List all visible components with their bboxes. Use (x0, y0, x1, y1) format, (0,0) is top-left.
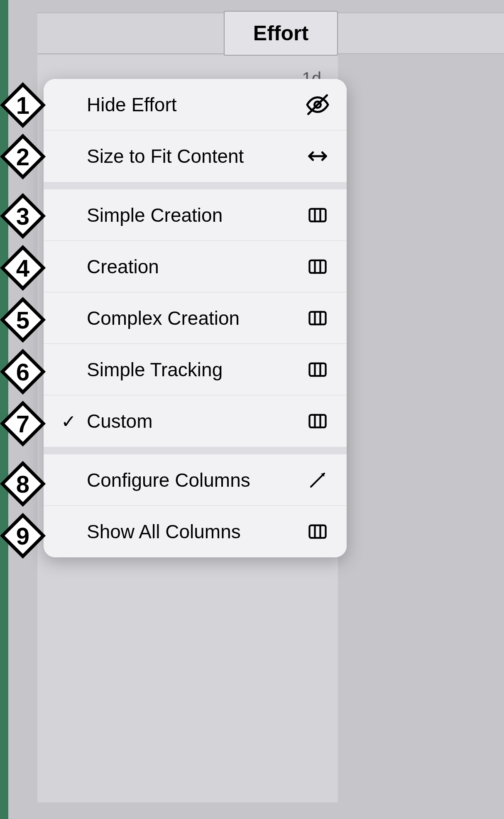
menu-item-label: Complex Creation (81, 307, 305, 329)
menu-item-label: Show All Columns (81, 520, 305, 543)
menu-item-configure-columns[interactable]: Configure Columns (44, 454, 347, 506)
menu-item-complex-creation[interactable]: Complex Creation (44, 292, 347, 344)
column-context-menu: Hide Effort Size to Fit Content (44, 79, 347, 557)
svg-rect-9 (310, 311, 326, 324)
menu-item-size-to-fit[interactable]: Size to Fit Content (44, 130, 347, 182)
menu-section-1: Hide Effort Size to Fit Content (44, 79, 347, 182)
annotation-marker-6: 6 (0, 349, 46, 395)
annotation-marker-9: 9 (0, 513, 46, 559)
menu-section-2: Simple Creation Creation (44, 189, 347, 447)
menu-item-label: Simple Tracking (81, 358, 305, 381)
svg-rect-19 (310, 525, 326, 538)
columns-icon (305, 409, 330, 434)
eye-slash-icon (305, 92, 330, 117)
annotation-marker-2: 2 (0, 134, 46, 179)
annotation-marker-7: 7 (0, 401, 46, 446)
annotation-marker-1: 1 (0, 82, 46, 128)
menu-item-label: Size to Fit Content (81, 145, 305, 167)
menu-item-hide-effort[interactable]: Hide Effort (44, 79, 347, 130)
columns-icon (305, 306, 330, 331)
menu-item-label: Hide Effort (81, 93, 305, 116)
column-header-effort[interactable]: Effort (224, 11, 338, 56)
pencil-icon (305, 468, 330, 493)
menu-item-simple-tracking[interactable]: Simple Tracking (44, 344, 347, 395)
checkmark-icon: ✓ (56, 411, 81, 432)
menu-section-3: Configure Columns Show All Columns (44, 454, 347, 557)
menu-item-label: Configure Columns (81, 469, 305, 491)
menu-item-show-all-columns[interactable]: Show All Columns (44, 506, 347, 557)
svg-rect-12 (310, 363, 326, 375)
columns-icon (305, 357, 330, 382)
annotation-marker-3: 3 (0, 193, 46, 239)
columns-icon (305, 519, 330, 544)
menu-item-label: Custom (81, 410, 305, 432)
menu-item-custom[interactable]: ✓ Custom (44, 395, 347, 447)
column-header-label: Effort (253, 21, 308, 45)
svg-rect-15 (310, 415, 326, 427)
menu-item-label: Simple Creation (81, 204, 305, 226)
annotation-marker-8: 8 (0, 461, 46, 507)
svg-rect-3 (310, 208, 326, 221)
menu-item-simple-creation[interactable]: Simple Creation (44, 189, 347, 241)
svg-line-18 (311, 473, 324, 487)
annotation-marker-5: 5 (0, 297, 46, 343)
menu-item-label: Creation (81, 255, 305, 278)
menu-separator (44, 447, 347, 454)
annotation-marker-4: 4 (0, 245, 46, 291)
columns-icon (305, 254, 330, 279)
menu-separator (44, 182, 347, 189)
menu-item-creation[interactable]: Creation (44, 241, 347, 292)
svg-rect-6 (310, 260, 326, 272)
columns-icon (305, 203, 330, 228)
resize-horizontal-icon (305, 144, 330, 169)
